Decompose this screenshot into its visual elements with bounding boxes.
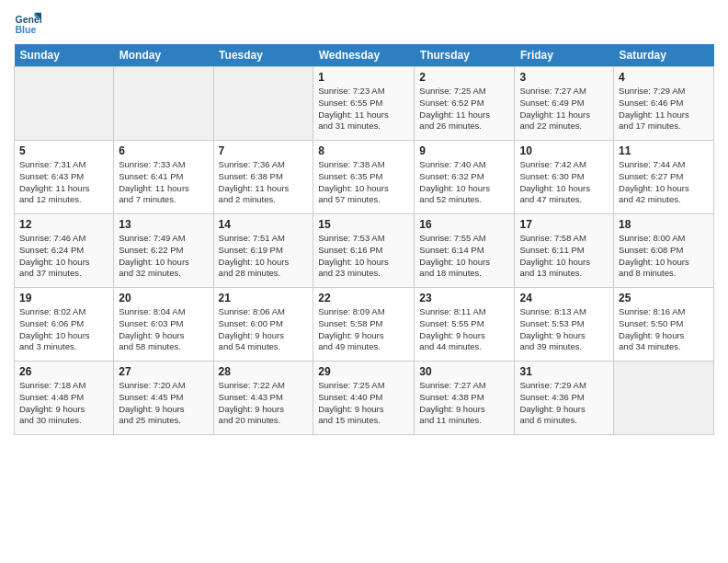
day-info: Sunrise: 7:27 AM Sunset: 6:49 PM Dayligh… — [519, 86, 609, 132]
logo-icon: General Blue — [14, 9, 41, 37]
calendar-cell: 20Sunrise: 8:04 AM Sunset: 6:03 PM Dayli… — [114, 288, 213, 362]
calendar-body: 1Sunrise: 7:23 AM Sunset: 6:55 PM Daylig… — [15, 67, 714, 435]
day-info: Sunrise: 8:06 AM Sunset: 6:00 PM Dayligh… — [219, 306, 309, 353]
day-info: Sunrise: 7:29 AM Sunset: 6:46 PM Dayligh… — [619, 86, 709, 132]
calendar-cell: 19Sunrise: 8:02 AM Sunset: 6:06 PM Dayli… — [15, 288, 114, 362]
calendar-cell: 29Sunrise: 7:25 AM Sunset: 4:40 PM Dayli… — [313, 362, 415, 435]
day-info: Sunrise: 7:22 AM Sunset: 4:43 PM Dayligh… — [219, 380, 309, 427]
calendar-cell: 26Sunrise: 7:18 AM Sunset: 4:48 PM Dayli… — [15, 362, 114, 435]
day-number: 17 — [519, 218, 609, 231]
calendar-cell: 13Sunrise: 7:49 AM Sunset: 6:22 PM Dayli… — [114, 214, 213, 288]
calendar-cell: 3Sunrise: 7:27 AM Sunset: 6:49 PM Daylig… — [515, 67, 614, 141]
logo: General Blue — [14, 9, 45, 37]
calendar-table: SundayMondayTuesdayWednesdayThursdayFrid… — [14, 44, 714, 435]
calendar-cell: 8Sunrise: 7:38 AM Sunset: 6:35 PM Daylig… — [313, 141, 415, 214]
day-number: 12 — [19, 218, 108, 231]
day-info: Sunrise: 8:04 AM Sunset: 6:03 PM Dayligh… — [119, 306, 208, 353]
day-number: 13 — [119, 218, 208, 231]
calendar-cell: 1Sunrise: 7:23 AM Sunset: 6:55 PM Daylig… — [313, 67, 415, 141]
calendar-cell: 12Sunrise: 7:46 AM Sunset: 6:24 PM Dayli… — [15, 214, 114, 288]
calendar-cell: 16Sunrise: 7:55 AM Sunset: 6:14 PM Dayli… — [415, 214, 515, 288]
weekday-tuesday: Tuesday — [213, 44, 313, 67]
day-info: Sunrise: 7:49 AM Sunset: 6:22 PM Dayligh… — [119, 233, 208, 280]
day-number: 11 — [619, 144, 709, 157]
calendar-cell: 23Sunrise: 8:11 AM Sunset: 5:55 PM Dayli… — [415, 288, 515, 362]
calendar-cell: 2Sunrise: 7:25 AM Sunset: 6:52 PM Daylig… — [415, 67, 515, 141]
day-number: 3 — [519, 71, 609, 84]
day-info: Sunrise: 8:02 AM Sunset: 6:06 PM Dayligh… — [19, 306, 108, 353]
weekday-monday: Monday — [114, 44, 213, 67]
calendar-cell: 25Sunrise: 8:16 AM Sunset: 5:50 PM Dayli… — [614, 288, 714, 362]
calendar-cell: 11Sunrise: 7:44 AM Sunset: 6:27 PM Dayli… — [614, 141, 714, 214]
day-number: 31 — [519, 365, 609, 378]
day-number: 8 — [318, 144, 409, 157]
day-number: 15 — [318, 218, 409, 231]
calendar-week-3: 12Sunrise: 7:46 AM Sunset: 6:24 PM Dayli… — [15, 214, 714, 288]
calendar-cell: 5Sunrise: 7:31 AM Sunset: 6:43 PM Daylig… — [15, 141, 114, 214]
calendar-cell: 10Sunrise: 7:42 AM Sunset: 6:30 PM Dayli… — [515, 141, 614, 214]
calendar-cell: 24Sunrise: 8:13 AM Sunset: 5:53 PM Dayli… — [515, 288, 614, 362]
day-info: Sunrise: 7:44 AM Sunset: 6:27 PM Dayligh… — [619, 159, 709, 206]
day-info: Sunrise: 7:33 AM Sunset: 6:41 PM Dayligh… — [119, 159, 208, 206]
calendar-cell: 18Sunrise: 8:00 AM Sunset: 6:08 PM Dayli… — [614, 214, 714, 288]
page-container: General Blue SundayMondayTuesdayWednesda… — [0, 0, 728, 444]
calendar-cell: 7Sunrise: 7:36 AM Sunset: 6:38 PM Daylig… — [213, 141, 313, 214]
day-number: 25 — [619, 292, 709, 304]
day-number: 19 — [19, 292, 108, 304]
day-info: Sunrise: 7:38 AM Sunset: 6:35 PM Dayligh… — [318, 159, 409, 206]
day-number: 30 — [419, 365, 509, 378]
day-number: 7 — [219, 144, 309, 157]
calendar-cell: 4Sunrise: 7:29 AM Sunset: 6:46 PM Daylig… — [614, 67, 714, 141]
day-number: 16 — [419, 218, 509, 231]
day-info: Sunrise: 8:09 AM Sunset: 5:58 PM Dayligh… — [318, 306, 409, 353]
day-info: Sunrise: 7:20 AM Sunset: 4:45 PM Dayligh… — [119, 380, 208, 427]
day-info: Sunrise: 7:55 AM Sunset: 6:14 PM Dayligh… — [419, 233, 509, 280]
day-number: 21 — [219, 292, 309, 304]
day-info: Sunrise: 8:13 AM Sunset: 5:53 PM Dayligh… — [519, 306, 609, 353]
calendar-cell: 14Sunrise: 7:51 AM Sunset: 6:19 PM Dayli… — [213, 214, 313, 288]
day-number: 24 — [519, 292, 609, 304]
calendar-cell: 31Sunrise: 7:29 AM Sunset: 4:36 PM Dayli… — [515, 362, 614, 435]
day-info: Sunrise: 7:40 AM Sunset: 6:32 PM Dayligh… — [419, 159, 509, 206]
day-info: Sunrise: 7:25 AM Sunset: 6:52 PM Dayligh… — [419, 86, 509, 132]
day-number: 26 — [19, 365, 108, 378]
day-number: 4 — [619, 71, 709, 84]
weekday-thursday: Thursday — [415, 44, 515, 67]
calendar-cell — [15, 67, 114, 141]
day-info: Sunrise: 7:18 AM Sunset: 4:48 PM Dayligh… — [19, 380, 108, 427]
day-number: 2 — [419, 71, 509, 84]
calendar-cell: 9Sunrise: 7:40 AM Sunset: 6:32 PM Daylig… — [415, 141, 515, 214]
day-number: 23 — [419, 292, 509, 304]
day-info: Sunrise: 7:53 AM Sunset: 6:16 PM Dayligh… — [318, 233, 409, 280]
day-info: Sunrise: 8:11 AM Sunset: 5:55 PM Dayligh… — [419, 306, 509, 353]
calendar-week-2: 5Sunrise: 7:31 AM Sunset: 6:43 PM Daylig… — [15, 141, 714, 214]
weekday-saturday: Saturday — [614, 44, 714, 67]
svg-text:Blue: Blue — [16, 24, 37, 35]
day-number: 10 — [519, 144, 609, 157]
calendar-cell: 28Sunrise: 7:22 AM Sunset: 4:43 PM Dayli… — [213, 362, 313, 435]
calendar-cell — [213, 67, 313, 141]
weekday-friday: Friday — [515, 44, 614, 67]
day-number: 28 — [219, 365, 309, 378]
weekday-sunday: Sunday — [15, 44, 114, 67]
calendar-cell — [614, 362, 714, 435]
calendar-cell: 17Sunrise: 7:58 AM Sunset: 6:11 PM Dayli… — [515, 214, 614, 288]
day-info: Sunrise: 7:36 AM Sunset: 6:38 PM Dayligh… — [219, 159, 309, 206]
day-number: 27 — [119, 365, 208, 378]
day-info: Sunrise: 7:23 AM Sunset: 6:55 PM Dayligh… — [318, 86, 409, 132]
day-info: Sunrise: 7:25 AM Sunset: 4:40 PM Dayligh… — [318, 380, 409, 427]
calendar-cell: 30Sunrise: 7:27 AM Sunset: 4:38 PM Dayli… — [415, 362, 515, 435]
day-number: 20 — [119, 292, 208, 304]
day-info: Sunrise: 7:51 AM Sunset: 6:19 PM Dayligh… — [219, 233, 309, 280]
day-info: Sunrise: 8:16 AM Sunset: 5:50 PM Dayligh… — [619, 306, 709, 353]
day-info: Sunrise: 7:29 AM Sunset: 4:36 PM Dayligh… — [519, 380, 609, 427]
day-info: Sunrise: 7:31 AM Sunset: 6:43 PM Dayligh… — [19, 159, 108, 206]
day-number: 6 — [119, 144, 208, 157]
day-info: Sunrise: 8:00 AM Sunset: 6:08 PM Dayligh… — [619, 233, 709, 280]
calendar-week-1: 1Sunrise: 7:23 AM Sunset: 6:55 PM Daylig… — [15, 67, 714, 141]
day-number: 18 — [619, 218, 709, 231]
calendar-cell: 27Sunrise: 7:20 AM Sunset: 4:45 PM Dayli… — [114, 362, 213, 435]
calendar-cell: 15Sunrise: 7:53 AM Sunset: 6:16 PM Dayli… — [313, 214, 415, 288]
day-info: Sunrise: 7:27 AM Sunset: 4:38 PM Dayligh… — [419, 380, 509, 427]
day-number: 29 — [318, 365, 409, 378]
